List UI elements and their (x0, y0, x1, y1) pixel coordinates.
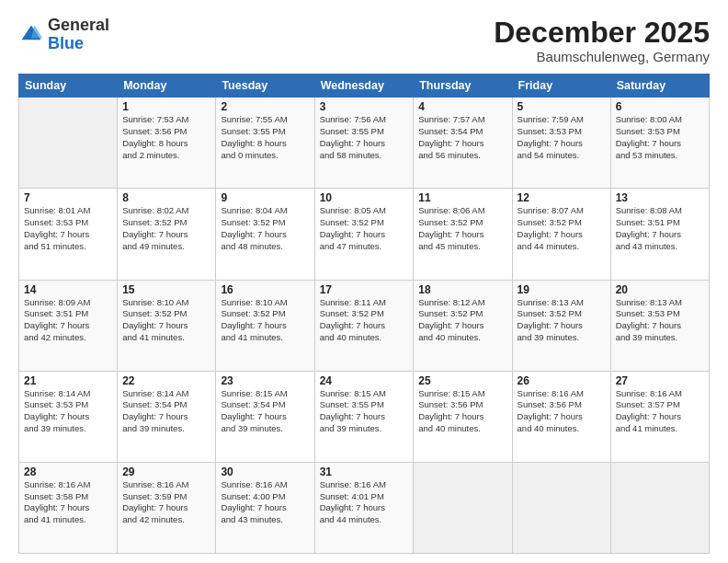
day-info: Sunrise: 7:56 AMSunset: 3:55 PMDaylight:… (320, 114, 409, 161)
calendar-cell: 26Sunrise: 8:16 AMSunset: 3:56 PMDayligh… (512, 371, 610, 462)
day-info: Sunrise: 8:04 AMSunset: 3:52 PMDaylight:… (221, 205, 309, 252)
day-number: 14 (24, 283, 112, 296)
day-number: 29 (122, 465, 210, 478)
month-title: December 2025 (494, 17, 710, 49)
calendar-cell: 9Sunrise: 8:04 AMSunset: 3:52 PMDaylight… (216, 189, 314, 280)
day-info: Sunrise: 8:16 AMSunset: 3:57 PMDaylight:… (616, 388, 704, 435)
column-header-sunday: Sunday (19, 75, 118, 98)
day-number: 30 (221, 465, 309, 478)
logo-text: General Blue (48, 17, 109, 53)
calendar-cell: 7Sunrise: 8:01 AMSunset: 3:53 PMDaylight… (19, 189, 118, 280)
day-info: Sunrise: 8:13 AMSunset: 3:52 PMDaylight:… (518, 297, 606, 344)
day-number: 27 (616, 374, 704, 387)
calendar-cell: 30Sunrise: 8:16 AMSunset: 4:00 PMDayligh… (216, 462, 314, 553)
calendar-cell: 13Sunrise: 8:08 AMSunset: 3:51 PMDayligh… (610, 189, 709, 280)
day-number: 28 (24, 465, 112, 478)
day-number: 20 (616, 283, 704, 296)
calendar-cell: 28Sunrise: 8:16 AMSunset: 3:58 PMDayligh… (19, 462, 118, 553)
day-number: 31 (320, 465, 409, 478)
calendar-cell: 29Sunrise: 8:16 AMSunset: 3:59 PMDayligh… (118, 462, 216, 553)
day-number: 2 (221, 100, 309, 113)
day-info: Sunrise: 8:13 AMSunset: 3:53 PMDaylight:… (616, 297, 704, 344)
calendar-cell: 3Sunrise: 7:56 AMSunset: 3:55 PMDaylight… (314, 98, 414, 189)
day-number: 25 (418, 374, 506, 387)
day-info: Sunrise: 8:14 AMSunset: 3:54 PMDaylight:… (122, 388, 210, 435)
day-info: Sunrise: 7:53 AMSunset: 3:56 PMDaylight:… (122, 114, 210, 161)
day-number: 17 (320, 283, 409, 296)
calendar-cell: 17Sunrise: 8:11 AMSunset: 3:52 PMDayligh… (314, 280, 414, 371)
calendar-cell: 14Sunrise: 8:09 AMSunset: 3:51 PMDayligh… (19, 280, 118, 371)
day-number: 11 (418, 191, 506, 204)
day-info: Sunrise: 8:16 AMSunset: 4:01 PMDaylight:… (320, 479, 409, 526)
calendar-week-5: 28Sunrise: 8:16 AMSunset: 3:58 PMDayligh… (19, 462, 710, 553)
day-number: 13 (616, 191, 704, 204)
calendar-cell: 4Sunrise: 7:57 AMSunset: 3:54 PMDaylight… (414, 98, 512, 189)
day-info: Sunrise: 7:55 AMSunset: 3:55 PMDaylight:… (221, 114, 309, 161)
calendar-cell: 31Sunrise: 8:16 AMSunset: 4:01 PMDayligh… (314, 462, 414, 553)
day-number: 23 (221, 374, 309, 387)
day-number: 26 (518, 374, 606, 387)
title-block: December 2025 Baumschulenweg, Germany (494, 17, 710, 64)
day-info: Sunrise: 8:01 AMSunset: 3:53 PMDaylight:… (24, 205, 112, 252)
calendar-cell: 22Sunrise: 8:14 AMSunset: 3:54 PMDayligh… (118, 371, 216, 462)
calendar-cell: 6Sunrise: 8:00 AMSunset: 3:53 PMDaylight… (610, 98, 709, 189)
day-info: Sunrise: 8:14 AMSunset: 3:53 PMDaylight:… (24, 388, 112, 435)
calendar-cell: 5Sunrise: 7:59 AMSunset: 3:53 PMDaylight… (512, 98, 610, 189)
calendar-cell: 25Sunrise: 8:15 AMSunset: 3:56 PMDayligh… (414, 371, 512, 462)
day-info: Sunrise: 8:15 AMSunset: 3:54 PMDaylight:… (221, 388, 309, 435)
day-info: Sunrise: 7:59 AMSunset: 3:53 PMDaylight:… (518, 114, 606, 161)
calendar-cell: 27Sunrise: 8:16 AMSunset: 3:57 PMDayligh… (610, 371, 709, 462)
column-header-monday: Monday (118, 75, 216, 98)
day-number: 18 (418, 283, 506, 296)
day-number: 8 (122, 191, 210, 204)
day-number: 12 (518, 191, 606, 204)
day-number: 16 (221, 283, 309, 296)
calendar-header-row: SundayMondayTuesdayWednesdayThursdayFrid… (19, 75, 710, 98)
location: Baumschulenweg, Germany (494, 49, 710, 64)
calendar-cell (512, 462, 610, 553)
calendar-cell: 12Sunrise: 8:07 AMSunset: 3:52 PMDayligh… (512, 189, 610, 280)
calendar-cell: 19Sunrise: 8:13 AMSunset: 3:52 PMDayligh… (512, 280, 610, 371)
calendar-cell: 10Sunrise: 8:05 AMSunset: 3:52 PMDayligh… (314, 189, 414, 280)
day-number: 4 (418, 100, 506, 113)
day-number: 15 (122, 283, 210, 296)
svg-marker-1 (31, 25, 42, 38)
day-info: Sunrise: 8:16 AMSunset: 4:00 PMDaylight:… (221, 479, 309, 526)
calendar-week-2: 7Sunrise: 8:01 AMSunset: 3:53 PMDaylight… (19, 189, 710, 280)
calendar-cell (19, 98, 118, 189)
day-number: 5 (518, 100, 606, 113)
calendar-cell: 8Sunrise: 8:02 AMSunset: 3:52 PMDaylight… (118, 189, 216, 280)
day-number: 9 (221, 191, 309, 204)
day-number: 1 (122, 100, 210, 113)
day-number: 3 (320, 100, 409, 113)
column-header-wednesday: Wednesday (314, 75, 414, 98)
day-number: 10 (320, 191, 409, 204)
day-number: 22 (122, 374, 210, 387)
day-info: Sunrise: 7:57 AMSunset: 3:54 PMDaylight:… (418, 114, 506, 161)
day-number: 19 (518, 283, 606, 296)
calendar-cell (414, 462, 512, 553)
column-header-saturday: Saturday (610, 75, 709, 98)
column-header-tuesday: Tuesday (216, 75, 314, 98)
day-info: Sunrise: 8:10 AMSunset: 3:52 PMDaylight:… (122, 297, 210, 344)
calendar-week-1: 1Sunrise: 7:53 AMSunset: 3:56 PMDaylight… (19, 98, 710, 189)
calendar-cell (610, 462, 709, 553)
day-info: Sunrise: 8:16 AMSunset: 3:58 PMDaylight:… (24, 479, 112, 526)
logo-icon (18, 22, 44, 48)
day-info: Sunrise: 8:02 AMSunset: 3:52 PMDaylight:… (122, 205, 210, 252)
calendar-cell: 21Sunrise: 8:14 AMSunset: 3:53 PMDayligh… (19, 371, 118, 462)
day-info: Sunrise: 8:00 AMSunset: 3:53 PMDaylight:… (616, 114, 704, 161)
day-info: Sunrise: 8:16 AMSunset: 3:59 PMDaylight:… (122, 479, 210, 526)
calendar-cell: 2Sunrise: 7:55 AMSunset: 3:55 PMDaylight… (216, 98, 314, 189)
day-number: 6 (616, 100, 704, 113)
day-info: Sunrise: 8:15 AMSunset: 3:56 PMDaylight:… (418, 388, 506, 435)
calendar: SundayMondayTuesdayWednesdayThursdayFrid… (18, 74, 710, 554)
day-info: Sunrise: 8:09 AMSunset: 3:51 PMDaylight:… (24, 297, 112, 344)
day-info: Sunrise: 8:11 AMSunset: 3:52 PMDaylight:… (320, 297, 409, 344)
calendar-week-4: 21Sunrise: 8:14 AMSunset: 3:53 PMDayligh… (19, 371, 710, 462)
day-info: Sunrise: 8:12 AMSunset: 3:52 PMDaylight:… (418, 297, 506, 344)
day-info: Sunrise: 8:10 AMSunset: 3:52 PMDaylight:… (221, 297, 309, 344)
column-header-thursday: Thursday (414, 75, 512, 98)
day-info: Sunrise: 8:08 AMSunset: 3:51 PMDaylight:… (616, 205, 704, 252)
calendar-cell: 11Sunrise: 8:06 AMSunset: 3:52 PMDayligh… (414, 189, 512, 280)
